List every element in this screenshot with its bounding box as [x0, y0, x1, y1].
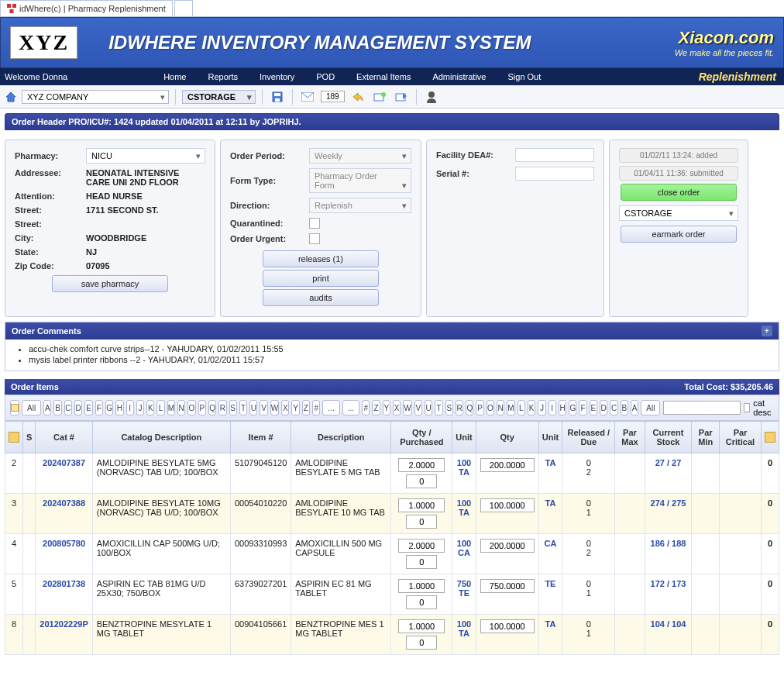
col-header[interactable]: Par Min — [692, 422, 720, 453]
audits-button[interactable]: audits — [263, 289, 379, 306]
current-stock[interactable]: 274 / 275 — [645, 494, 692, 534]
nav-reports[interactable]: Reports — [197, 72, 249, 81]
company-select[interactable]: XYZ COMPANY — [22, 90, 169, 104]
qty-purchased-input[interactable] — [398, 498, 445, 512]
filter-i[interactable]: I — [126, 400, 134, 415]
col-header[interactable]: Par Critical — [720, 422, 762, 453]
filter-v[interactable]: V — [260, 400, 267, 415]
filter-a[interactable]: A — [43, 400, 51, 415]
filter-u[interactable]: U — [249, 400, 257, 415]
col-header[interactable]: Item # — [230, 422, 291, 453]
col-header[interactable] — [762, 422, 779, 453]
filter-m[interactable]: M — [167, 400, 175, 415]
qty-purchased-sec-input[interactable] — [406, 515, 437, 529]
current-stock[interactable]: 172 / 173 — [645, 574, 692, 615]
filter-x[interactable]: X — [281, 400, 289, 415]
filter-w[interactable]: W — [403, 400, 411, 415]
reply-icon[interactable] — [349, 88, 366, 105]
filter-n[interactable]: N — [497, 400, 504, 415]
filter-q[interactable]: Q — [466, 400, 473, 415]
filter-...[interactable]: ... — [322, 400, 339, 415]
filter-j[interactable]: J — [136, 400, 144, 415]
filter-...[interactable]: ... — [342, 400, 359, 415]
qty-purchased-sec-input[interactable] — [406, 555, 437, 569]
print-button[interactable]: print — [263, 270, 379, 287]
current-stock[interactable]: 27 / 27 — [645, 453, 692, 494]
save-pharmacy-button[interactable]: save pharmacy — [52, 275, 168, 292]
add-comment-icon[interactable]: + — [762, 326, 772, 336]
filter-#[interactable]: # — [312, 400, 320, 415]
current-stock[interactable]: 104 / 104 — [645, 615, 692, 655]
catdesc-checkbox[interactable] — [744, 403, 751, 412]
cat-number[interactable]: 201202229P — [36, 615, 92, 655]
home-icon[interactable] — [5, 91, 17, 103]
col-header[interactable]: Catalog Description — [92, 422, 230, 453]
filter-h[interactable]: H — [559, 400, 566, 415]
filter-#[interactable]: # — [362, 400, 370, 415]
note-toggle[interactable] — [10, 400, 19, 415]
qty-purchased-input[interactable] — [398, 458, 445, 472]
qty-purchased-sec-input[interactable] — [406, 474, 437, 488]
filter-v[interactable]: V — [414, 400, 422, 415]
earmark-order-button[interactable]: earmark order — [621, 226, 737, 243]
filter-h[interactable]: H — [115, 400, 123, 415]
nav-signout[interactable]: Sign Out — [497, 72, 552, 81]
col-header[interactable]: Qty / Purchased — [391, 422, 452, 453]
qty-input[interactable] — [480, 498, 535, 512]
filter-q[interactable]: Q — [208, 400, 216, 415]
user-icon[interactable] — [423, 88, 440, 105]
filter-k[interactable]: K — [146, 400, 154, 415]
filter-g[interactable]: G — [105, 400, 113, 415]
col-header[interactable]: Qty — [476, 422, 538, 453]
nav-external[interactable]: External Items — [346, 72, 421, 81]
filter-j[interactable]: J — [538, 400, 545, 415]
qty-purchased-sec-input[interactable] — [406, 595, 437, 609]
cat-number[interactable]: 202407388 — [36, 494, 92, 534]
nav-inventory[interactable]: Inventory — [249, 72, 305, 81]
pharmacy-select[interactable]: NICU — [86, 148, 205, 164]
filter-k[interactable]: K — [528, 400, 535, 415]
mail-icon[interactable] — [299, 88, 316, 105]
filter-r[interactable]: R — [456, 400, 463, 415]
dea-input[interactable] — [515, 148, 594, 162]
filter-t[interactable]: T — [239, 400, 247, 415]
filter-o[interactable]: O — [187, 400, 195, 415]
filter-z[interactable]: Z — [372, 400, 380, 415]
action-storage-select[interactable]: CSTORAGE — [619, 205, 738, 221]
filter-l[interactable]: L — [156, 400, 164, 415]
urgent-checkbox[interactable] — [309, 233, 320, 244]
cat-number[interactable]: 202407387 — [36, 453, 92, 494]
cat-number[interactable]: 202801738 — [36, 574, 92, 615]
qty-purchased-input[interactable] — [398, 579, 445, 593]
nav-pod[interactable]: POD — [305, 72, 346, 81]
filter-a[interactable]: A — [631, 400, 638, 415]
filter-search-input[interactable] — [663, 401, 741, 415]
compose-icon[interactable] — [371, 88, 388, 105]
filter-y[interactable]: Y — [291, 400, 299, 415]
filter-s[interactable]: S — [445, 400, 453, 415]
current-stock[interactable]: 186 / 188 — [645, 534, 692, 574]
filter-e[interactable]: E — [590, 400, 597, 415]
filter-all[interactable]: All — [641, 400, 660, 415]
col-header[interactable]: Unit — [452, 422, 476, 453]
releases-button[interactable]: releases (1) — [263, 250, 379, 267]
qty-purchased-input[interactable] — [398, 619, 445, 633]
filter-c[interactable]: C — [610, 400, 617, 415]
col-header[interactable]: Par Max — [615, 422, 645, 453]
browser-tab[interactable]: idWhere(c) | Pharmacy Replenishment — [0, 0, 173, 16]
new-tab[interactable] — [174, 0, 193, 16]
filter-o[interactable]: O — [487, 400, 494, 415]
filter-u[interactable]: U — [425, 400, 432, 415]
qty-input[interactable] — [480, 619, 535, 633]
filter-x[interactable]: X — [393, 400, 401, 415]
filter-d[interactable]: D — [600, 400, 607, 415]
filter-b[interactable]: B — [53, 400, 61, 415]
qty-input[interactable] — [480, 579, 535, 593]
col-header[interactable]: S — [23, 422, 36, 453]
filter-y[interactable]: Y — [383, 400, 390, 415]
filter-f[interactable]: F — [579, 400, 586, 415]
filter-c[interactable]: C — [64, 400, 72, 415]
col-header[interactable]: Unit — [538, 422, 562, 453]
col-header[interactable]: Current Stock — [645, 422, 692, 453]
filter-m[interactable]: M — [507, 400, 514, 415]
